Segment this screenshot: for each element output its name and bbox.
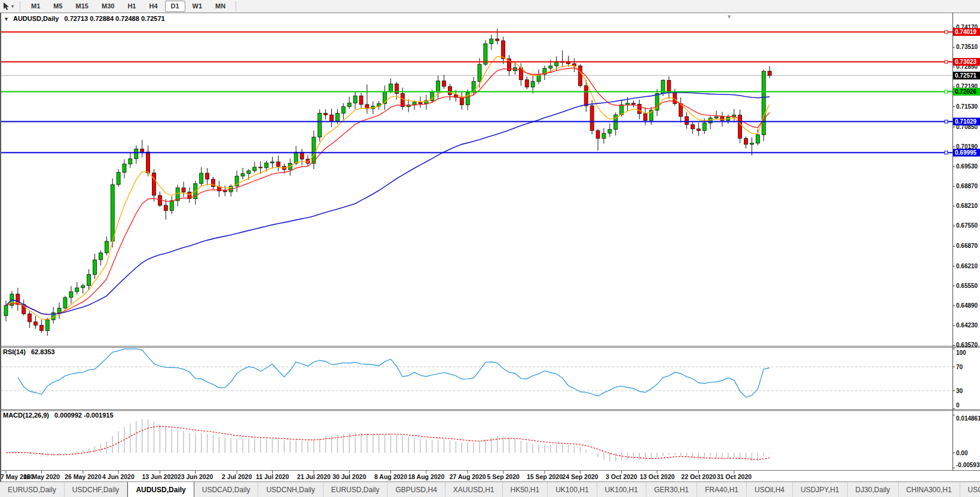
timeframe-button-d1[interactable]: D1	[165, 1, 185, 12]
price-tick-label: 0.64890	[956, 302, 978, 309]
candle	[703, 123, 706, 131]
cursor-tool-button[interactable]: ▾	[0, 1, 16, 13]
date-label: 18 Aug 2020	[408, 473, 444, 480]
candle	[715, 117, 718, 118]
mt4-window: ▾ M1M5M15M30H1H4D1W1MN ▼ AUDUSD,Daily 0.…	[0, 0, 980, 497]
toolbar: ▾ M1M5M15M30H1H4D1W1MN	[0, 0, 980, 13]
timeframe-button-m15[interactable]: M15	[70, 1, 94, 12]
timeframe-button-mn[interactable]: MN	[209, 1, 231, 12]
price-tick-label: 0.73510	[956, 44, 978, 50]
tab-chart-usdcad-daily[interactable]: USDCAD,Daily	[194, 482, 259, 497]
candle	[45, 320, 49, 330]
candle	[502, 41, 505, 59]
hline-handle[interactable]	[945, 90, 948, 93]
tab-chart-ger30-h1[interactable]: GER30,H1	[646, 482, 697, 497]
candle	[578, 66, 582, 85]
candle	[265, 163, 268, 168]
candle	[39, 325, 43, 330]
dropdown-caret-icon[interactable]: ▾	[11, 4, 14, 9]
date-label: 5 Sep 2020	[487, 473, 520, 480]
ma-line-ema12	[6, 68, 770, 315]
candle	[401, 93, 404, 106]
date-label: 30 Jul 2020	[332, 473, 366, 480]
panel-borders	[0, 13, 980, 481]
collapse-chart-icon[interactable]: ▼	[4, 16, 9, 22]
candle	[123, 164, 126, 172]
rsi-panel-title: RSI(14) 62.8353	[3, 348, 55, 355]
toolbar-separator	[236, 2, 237, 11]
candle	[170, 201, 173, 211]
chart-canvas[interactable]	[0, 13, 980, 481]
tab-chart-usdcnh-daily[interactable]: USDCNH,Daily	[258, 482, 323, 497]
timeframe-button-w1[interactable]: W1	[187, 1, 209, 12]
candle	[200, 173, 203, 183]
chart-title: ▼ AUDUSD,Daily 0.72713 0.72884 0.72488 0…	[4, 15, 165, 22]
rsi-level-label: 0	[956, 402, 960, 409]
price-level-tag: 0.71029	[953, 118, 980, 125]
hline-handle[interactable]	[945, 151, 948, 154]
tab-chart-china300-h1[interactable]: CHINA300,H1	[899, 482, 960, 497]
tab-chart-uk100-h1[interactable]: UK100,H1	[597, 482, 646, 497]
chart-tab-bar: EURUSD,DailyUSDCHF,DailyAUDUSD,DailyUSDC…	[0, 481, 980, 497]
price-level-tag: 0.69995	[953, 149, 980, 157]
macd-values: 0.000992 -0.001915	[54, 412, 113, 419]
tab-chart-audusd-daily[interactable]: AUDUSD,Daily	[127, 481, 194, 497]
date-label: 4 Jun 2020	[102, 473, 135, 480]
candle	[182, 188, 185, 192]
chart-shift-marker-icon[interactable]: ▼	[726, 14, 732, 20]
price-tick-label: 0.71530	[956, 103, 978, 110]
tab-chart-hk50-h1[interactable]: HK50,H1	[503, 482, 548, 497]
candle	[584, 85, 588, 106]
tab-chart-fra40-h1[interactable]: FRA40,H1	[697, 482, 747, 497]
candle	[531, 81, 535, 87]
timeframe-button-m30[interactable]: M30	[96, 1, 120, 12]
tab-chart-uk100-h1[interactable]: UK100,H1	[548, 482, 597, 497]
date-label: 27 Aug 2020	[450, 473, 486, 480]
timeframe-button-m1[interactable]: M1	[25, 1, 46, 12]
candle	[87, 275, 91, 286]
candle	[685, 116, 689, 125]
tab-chart-xauusd-h1[interactable]: XAUUSD,H1	[445, 482, 503, 497]
date-label: 24 Sep 2020	[562, 473, 598, 480]
candles	[4, 29, 771, 336]
hline-handle[interactable]	[945, 60, 948, 63]
timeframe-button-m5[interactable]: M5	[47, 1, 68, 12]
tab-chart-eurusd-daily[interactable]: EURUSD,Daily	[323, 482, 388, 497]
candle	[259, 167, 262, 168]
tab-chart-usdchf-daily[interactable]: USDCHF,Daily	[65, 482, 128, 497]
candle	[721, 117, 724, 121]
candle	[241, 174, 245, 176]
rsi-level-label: 70	[956, 364, 963, 370]
tab-chart-dj30-daily[interactable]: DJ30,Daily	[848, 482, 899, 497]
candle	[206, 173, 209, 179]
chart-ohlc-values: 0.72713 0.72884 0.72488 0.72571	[64, 15, 164, 22]
timeframe-button-h1[interactable]: H1	[121, 1, 142, 12]
tab-chart-usdjpy-h1[interactable]: USDJPY,H1	[793, 482, 847, 497]
tab-chart-eurusd-daily[interactable]: EURUSD,Daily	[0, 482, 65, 497]
candle	[643, 113, 647, 120]
candle	[519, 68, 523, 79]
price-tick-label: 0.69530	[956, 163, 978, 170]
price-level-tag: 0.73023	[953, 58, 980, 66]
candle	[141, 149, 144, 152]
tab-chart-usoil-h1[interactable]: USOil,H1	[960, 482, 980, 497]
candle	[152, 173, 156, 195]
date-label: 23 Jun 2020	[178, 473, 213, 480]
candle	[549, 66, 552, 68]
tab-chart-gbpusd-h4[interactable]: GBPUSD,H4	[387, 482, 445, 497]
candle	[306, 159, 310, 163]
candle	[744, 139, 748, 145]
candle	[253, 167, 257, 171]
candle	[389, 84, 393, 91]
timeframe-buttons: M1M5M15M30H1H4D1W1MN	[25, 1, 232, 12]
hline-handle[interactable]	[945, 30, 948, 33]
date-label: 2 Jul 2020	[222, 473, 252, 480]
date-label: 3 Oct 2020	[606, 473, 637, 480]
tab-chart-usoil-h4[interactable]: USOil,H4	[747, 482, 793, 497]
candle	[347, 103, 351, 106]
candle	[63, 297, 67, 308]
price-tick-label: 0.66210	[956, 263, 978, 269]
hline-handle[interactable]	[945, 120, 948, 123]
chart-window[interactable]: ▼ AUDUSD,Daily 0.72713 0.72884 0.72488 0…	[0, 13, 980, 481]
timeframe-button-h4[interactable]: H4	[143, 1, 163, 12]
